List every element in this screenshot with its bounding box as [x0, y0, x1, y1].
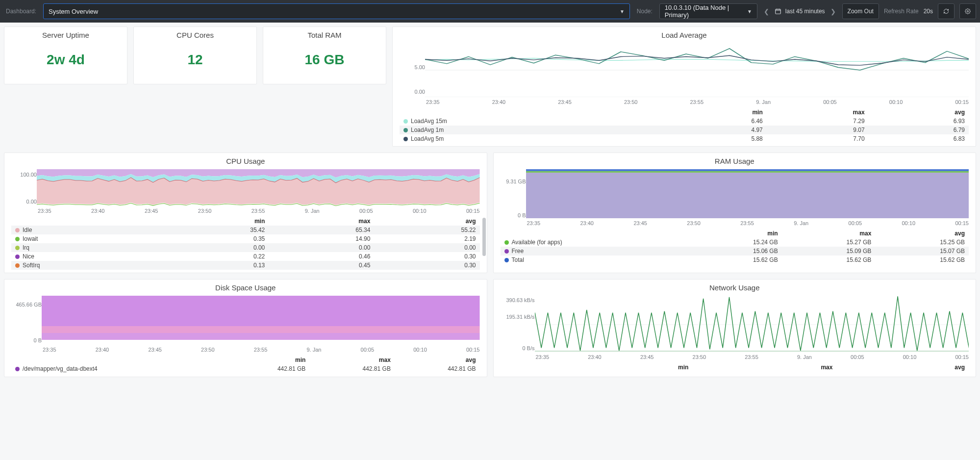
refresh-button[interactable] [938, 3, 955, 19]
y-axis: 465.66 GB 0 B [11, 296, 42, 345]
y-axis: 5.00 0.00 [400, 43, 425, 97]
x-axis: 23:3523:4023:4523:5023:559. Jan00:0500:1… [426, 99, 969, 105]
zoom-out-button[interactable]: Zoom Out [842, 3, 879, 19]
legend-table: minmaxavgIdle35.4265.3455.22Iowait0.3514… [11, 217, 480, 270]
panel-ram[interactable]: Total RAM 16 GB [263, 26, 386, 84]
y-axis: 100.00 0.00 [11, 169, 37, 206]
ram-value: 16 GB [263, 43, 386, 82]
net-chart-plot[interactable] [535, 296, 969, 352]
gear-icon [965, 8, 971, 15]
y-axis: 9.31 GB 0 B [501, 169, 526, 218]
x-axis: 23:3523:4023:4523:5023:559. Jan00:0500:1… [38, 208, 480, 214]
legend-table: minmaxavg [501, 363, 969, 372]
svg-rect-9 [42, 326, 480, 333]
dashboard-grid: Server Uptime 2w 4d CPU Cores 12 Total R… [0, 23, 980, 387]
zoom-out-label: Zoom Out [848, 8, 874, 15]
svg-rect-5 [526, 169, 969, 171]
svg-rect-0 [776, 9, 781, 14]
time-range-text: last 45 minutes [785, 8, 825, 15]
panel-title: CPU Usage [4, 153, 487, 169]
cores-value: 12 [134, 43, 256, 82]
legend-table: minmaxavg/dev/mapper/vg_data-dbext4442.8… [11, 356, 480, 373]
panel-title: Network Usage [494, 280, 976, 296]
panel-title: Server Uptime [4, 27, 127, 43]
uptime-value: 2w 4d [4, 43, 127, 82]
dashboard-select-value: System Overview [49, 8, 98, 15]
x-axis: 23:3523:4023:4523:5023:559. Jan00:0500:1… [536, 354, 969, 360]
panel-uptime[interactable]: Server Uptime 2w 4d [4, 26, 127, 84]
refresh-rate-label: Refresh Rate [884, 8, 919, 15]
x-axis: 23:3523:4023:4523:5023:559. Jan00:0500:1… [527, 220, 969, 226]
dashboard-select[interactable]: System Overview ▼ [43, 3, 630, 19]
panel-title: CPU Cores [134, 27, 256, 43]
svg-rect-8 [42, 296, 480, 326]
chevron-left-icon[interactable]: ❮ [762, 8, 771, 15]
panel-cores[interactable]: CPU Cores 12 [133, 26, 257, 84]
legend-table: minmaxavgAvailable (for apps)15.24 GB15.… [501, 229, 969, 264]
settings-button[interactable] [959, 3, 976, 19]
node-label: Node: [635, 8, 654, 15]
node-select[interactable]: 10.0.3.10 (Data Node | Primary) ▼ [659, 3, 757, 19]
refresh-rate-value: 20s [924, 8, 933, 15]
chevron-right-icon[interactable]: ❯ [829, 8, 837, 15]
time-range-picker[interactable]: ❮ last 45 minutes ❯ [762, 8, 837, 15]
svg-rect-4 [526, 169, 969, 218]
load-chart-plot[interactable] [425, 43, 969, 97]
refresh-icon [943, 8, 949, 15]
svg-rect-6 [526, 171, 969, 173]
x-axis: 23:3523:4023:4523:5023:559. Jan00:0500:1… [43, 347, 480, 353]
cpu-chart-plot[interactable] [37, 169, 480, 206]
panel-cpu-usage[interactable]: CPU Usage 100.00 0.00 23:3523:4023:4523:… [4, 153, 487, 273]
svg-rect-11 [42, 340, 480, 345]
panel-title: Disk Space Usage [4, 280, 487, 296]
panel-title: Load Average [393, 27, 976, 43]
y-axis: 390.63 kB/s 195.31 kB/s 0 B/s [501, 296, 535, 352]
panel-load-average[interactable]: Load Average 5.00 0.00 23:3523:4023:4523… [392, 26, 976, 147]
panel-title: RAM Usage [494, 153, 976, 169]
legend-scrollbar[interactable] [482, 218, 486, 256]
svg-point-1 [967, 11, 969, 12]
dashboard-label: Dashboard: [4, 8, 38, 15]
calendar-icon [775, 8, 781, 15]
svg-rect-10 [42, 333, 480, 340]
panel-disk-usage[interactable]: Disk Space Usage 465.66 GB 0 B 23:3523:4… [4, 279, 487, 377]
panel-ram-usage[interactable]: RAM Usage 9.31 GB 0 B 23:3523:4023:4523:… [493, 153, 977, 273]
topbar: Dashboard: System Overview ▼ Node: 10.0.… [0, 0, 980, 23]
legend-table: minmaxavgLoadAvg 15m6.467.296.93LoadAvg … [400, 108, 969, 143]
caret-down-icon: ▼ [620, 9, 625, 14]
ram-chart-plot[interactable] [526, 169, 969, 218]
node-select-value: 10.0.3.10 (Data Node | Primary) [665, 4, 739, 19]
caret-down-icon: ▼ [747, 9, 752, 14]
panel-network-usage[interactable]: Network Usage 390.63 kB/s 195.31 kB/s 0 … [493, 279, 977, 377]
panel-title: Total RAM [263, 27, 386, 43]
disk-chart-plot[interactable] [42, 296, 480, 345]
